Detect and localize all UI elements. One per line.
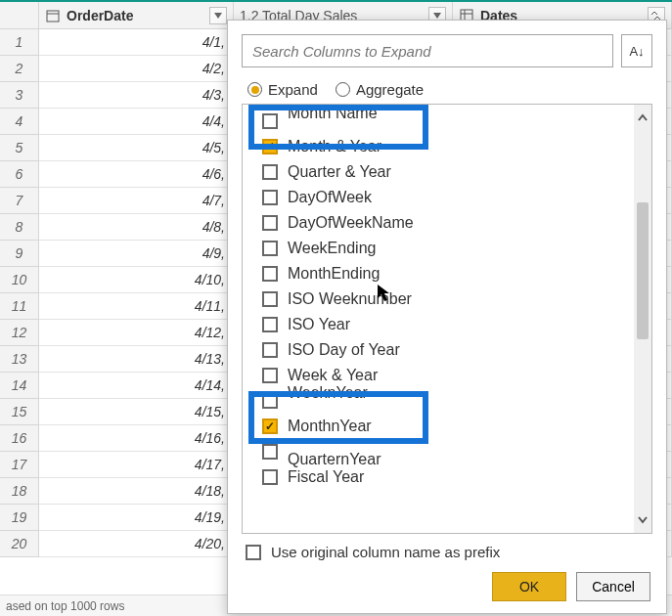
svg-rect-0 xyxy=(47,11,59,22)
checkbox[interactable] xyxy=(262,368,278,383)
list-item[interactable]: Month & Year xyxy=(243,134,634,159)
radio-icon xyxy=(247,82,262,97)
list-item[interactable]: ISO Year xyxy=(243,312,634,337)
list-item[interactable]: MonthnYear xyxy=(243,414,634,439)
list-item-label: Week & Year xyxy=(288,367,378,384)
radio-expand[interactable]: Expand xyxy=(247,81,318,98)
cell-orderdate[interactable]: 4/5, xyxy=(39,135,234,161)
row-index: 19 xyxy=(0,505,39,531)
svg-marker-2 xyxy=(214,13,222,19)
list-item-label: WeeknYear xyxy=(288,384,368,402)
list-item[interactable]: DayOfWeekName xyxy=(243,210,634,236)
list-item[interactable]: ISO Day of Year xyxy=(243,337,634,363)
row-index: 7 xyxy=(0,188,39,214)
scrollbar-thumb[interactable] xyxy=(637,202,649,339)
radio-label: Aggregate xyxy=(356,81,424,98)
cell-orderdate[interactable]: 4/15, xyxy=(39,399,234,425)
checkbox[interactable] xyxy=(262,342,278,358)
list-item[interactable]: MonthEnding xyxy=(243,261,634,286)
list-item[interactable]: ISO Weeknumber xyxy=(243,286,634,312)
cell-orderdate[interactable]: 4/3, xyxy=(39,82,234,109)
row-index-header xyxy=(0,2,39,29)
cell-orderdate[interactable]: 4/19, xyxy=(39,505,234,531)
checkbox[interactable] xyxy=(262,139,278,154)
ok-button[interactable]: OK xyxy=(492,572,566,601)
list-item-label: Fiscal Year xyxy=(288,468,364,486)
chevron-down-icon[interactable] xyxy=(634,506,651,533)
list-item[interactable]: WeeknYear xyxy=(243,388,634,414)
row-index: 15 xyxy=(0,399,39,425)
sort-az-button[interactable]: A↓ xyxy=(621,34,652,67)
row-index: 2 xyxy=(0,56,39,82)
list-item-label: QuarternYear xyxy=(288,451,381,468)
column-header-orderdate[interactable]: OrderDate xyxy=(39,2,234,29)
list-item[interactable]: QuarternYear xyxy=(243,439,634,464)
cell-orderdate[interactable]: 4/9, xyxy=(39,241,234,267)
list-item-label: ISO Day of Year xyxy=(288,341,400,359)
row-index: 18 xyxy=(0,478,39,505)
cell-orderdate[interactable]: 4/10, xyxy=(39,267,234,293)
cell-orderdate[interactable]: 4/18, xyxy=(39,478,234,505)
list-item-label: Month Name xyxy=(288,105,378,122)
cell-orderdate[interactable]: 4/7, xyxy=(39,188,234,214)
list-item[interactable]: DayOfWeek xyxy=(243,185,634,210)
checkbox[interactable] xyxy=(262,113,278,129)
list-item-label: Month & Year xyxy=(288,138,381,155)
row-index: 14 xyxy=(0,373,39,399)
chevron-up-icon[interactable] xyxy=(634,105,651,132)
list-item[interactable]: WeekEnding xyxy=(243,236,634,261)
cell-orderdate[interactable]: 4/4, xyxy=(39,109,234,135)
cell-orderdate[interactable]: 4/17, xyxy=(39,452,234,478)
prefix-label: Use original column name as prefix xyxy=(271,544,500,560)
checkbox[interactable] xyxy=(262,317,278,332)
row-index: 13 xyxy=(0,346,39,373)
row-index: 9 xyxy=(0,241,39,267)
row-index: 5 xyxy=(0,135,39,161)
checkbox[interactable] xyxy=(262,164,278,180)
cell-orderdate[interactable]: 4/12, xyxy=(39,320,234,346)
checkbox[interactable] xyxy=(262,469,278,485)
checkbox[interactable] xyxy=(262,444,278,460)
list-item[interactable]: Quarter & Year xyxy=(243,159,634,185)
prefix-checkbox[interactable] xyxy=(246,545,261,560)
radio-label: Expand xyxy=(268,81,318,98)
sort-az-icon: A↓ xyxy=(629,44,644,59)
cell-orderdate[interactable]: 4/20, xyxy=(39,531,234,557)
cell-orderdate[interactable]: 4/1, xyxy=(39,29,234,56)
svg-marker-3 xyxy=(433,13,441,19)
list-item-label: WeekEnding xyxy=(288,240,376,257)
column-filter-dropdown[interactable] xyxy=(209,7,227,24)
cancel-button[interactable]: Cancel xyxy=(576,572,650,601)
list-item-label: Quarter & Year xyxy=(288,163,391,181)
cell-orderdate[interactable]: 4/16, xyxy=(39,425,234,452)
cell-orderdate[interactable]: 4/14, xyxy=(39,373,234,399)
search-input[interactable] xyxy=(242,34,613,67)
row-index: 6 xyxy=(0,161,39,188)
expand-columns-panel: A↓ Expand Aggregate Month NameMonth & Ye… xyxy=(227,20,667,614)
cell-orderdate[interactable]: 4/13, xyxy=(39,346,234,373)
row-index: 1 xyxy=(0,29,39,56)
calendar-icon xyxy=(45,8,61,23)
row-index: 12 xyxy=(0,320,39,346)
checkbox[interactable] xyxy=(262,190,278,205)
column-label: OrderDate xyxy=(67,8,133,23)
checkbox[interactable] xyxy=(262,393,278,409)
cell-orderdate[interactable]: 4/2, xyxy=(39,56,234,82)
cell-orderdate[interactable]: 4/11, xyxy=(39,293,234,320)
column-list: Month NameMonth & YearQuarter & YearDayO… xyxy=(242,104,652,534)
list-item[interactable]: Month Name xyxy=(243,109,634,134)
checkbox[interactable] xyxy=(262,215,278,231)
radio-aggregate[interactable]: Aggregate xyxy=(336,81,424,98)
checkbox[interactable] xyxy=(262,266,278,282)
checkbox[interactable] xyxy=(262,291,278,307)
cell-orderdate[interactable]: 4/6, xyxy=(39,161,234,188)
cell-orderdate[interactable]: 4/8, xyxy=(39,214,234,241)
row-index: 11 xyxy=(0,293,39,320)
scrollbar[interactable] xyxy=(634,105,651,533)
checkbox[interactable] xyxy=(262,418,278,434)
row-index: 3 xyxy=(0,82,39,109)
row-index: 16 xyxy=(0,425,39,452)
list-item-label: ISO Weeknumber xyxy=(288,290,412,308)
list-item-label: DayOfWeek xyxy=(288,189,372,206)
checkbox[interactable] xyxy=(262,241,278,256)
